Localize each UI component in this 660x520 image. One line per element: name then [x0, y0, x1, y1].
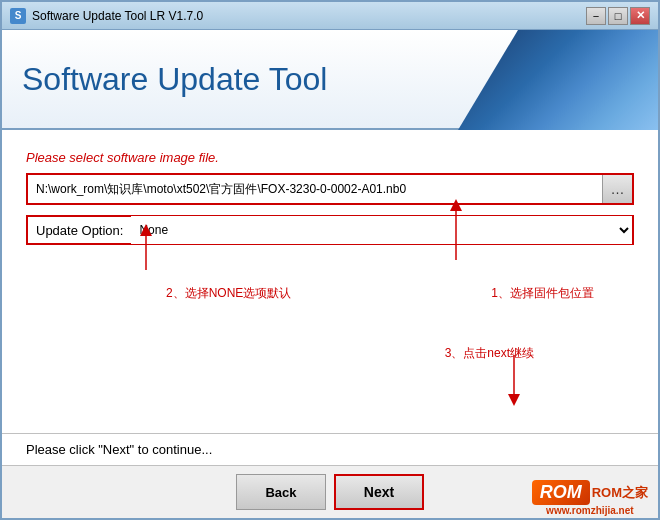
back-button[interactable]: Back	[236, 474, 326, 510]
title-bar: S Software Update Tool LR V1.7.0 − □ ✕	[2, 2, 658, 30]
window-controls: − □ ✕	[586, 7, 650, 25]
watermark-url: www.romzhijia.net	[546, 505, 633, 516]
header: Software Update Tool	[2, 30, 658, 130]
footer: Back Next ROM ROM之家 www.romzhijia.net	[2, 465, 658, 518]
maximize-button[interactable]: □	[608, 7, 628, 25]
app-icon: S	[10, 8, 26, 24]
arrow-2-svg	[86, 220, 206, 275]
app-window: S Software Update Tool LR V1.7.0 − □ ✕ S…	[0, 0, 660, 520]
arrow-3-svg	[474, 355, 554, 415]
app-title: Software Update Tool	[22, 61, 327, 98]
watermark-sub: ROM之家	[592, 484, 648, 502]
file-path-input[interactable]	[28, 175, 602, 203]
next-button[interactable]: Next	[334, 474, 424, 510]
instruction-label: Please select software image file.	[26, 150, 634, 165]
status-text: Please click "Next" to continue...	[26, 442, 212, 457]
main-content: Please select software image file. … Upd…	[2, 130, 658, 433]
title-bar-text: Software Update Tool LR V1.7.0	[32, 9, 586, 23]
header-decoration	[458, 30, 658, 130]
close-button[interactable]: ✕	[630, 7, 650, 25]
annotation-1: 1、选择固件包位置	[491, 285, 594, 302]
status-bar: Please click "Next" to continue...	[2, 433, 658, 465]
watermark: ROM ROM之家 www.romzhijia.net	[532, 480, 648, 516]
minimize-button[interactable]: −	[586, 7, 606, 25]
annotation-2: 2、选择NONE选项默认	[166, 285, 291, 302]
browse-button[interactable]: …	[602, 175, 632, 203]
arrow-1-svg	[316, 190, 476, 270]
annotations-area: 1、选择固件包位置 2、选择NONE选项默认 3、点击next继续	[26, 265, 634, 413]
watermark-logo: ROM	[532, 480, 590, 505]
